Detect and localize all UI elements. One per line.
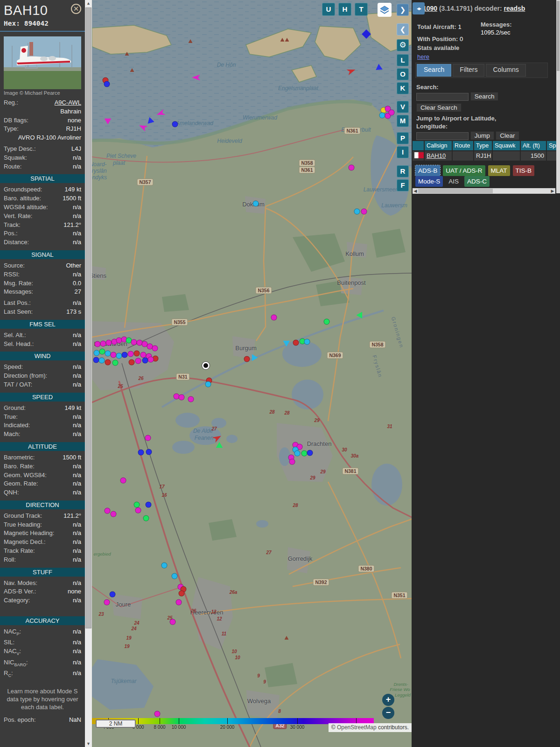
map-button-h[interactable]: H <box>338 3 351 16</box>
close-icon[interactable]: ✕ <box>71 4 81 14</box>
aircraft-marker[interactable] <box>354 209 360 215</box>
map-canvas[interactable]: De HônEngelsmanplaatWierumerwadAmelander… <box>92 0 412 747</box>
jump-clear-button[interactable]: Clear <box>496 131 519 140</box>
aircraft-marker[interactable] <box>170 619 176 625</box>
aircraft-marker[interactable] <box>100 341 106 347</box>
badge-mlat[interactable]: MLAT <box>488 165 510 176</box>
collapse-left-icon[interactable]: ❮ <box>397 23 409 35</box>
column-header[interactable]: Alt. (ft) <box>521 141 546 150</box>
aircraft-marker[interactable] <box>105 359 111 366</box>
expand-right-icon[interactable]: ❯ <box>397 4 409 16</box>
aircraft-marker[interactable] <box>95 341 101 347</box>
aircraft-marker[interactable] <box>172 121 178 127</box>
badge-ads-c[interactable]: ADS-C <box>464 176 490 187</box>
column-header[interactable]: Route <box>453 141 473 150</box>
aircraft-marker[interactable] <box>122 352 128 358</box>
aircraft-marker[interactable] <box>111 352 117 358</box>
zoom-out-button[interactable]: − <box>382 707 394 719</box>
aircraft-marker[interactable] <box>293 340 299 346</box>
osm-link[interactable]: OpenStreetMap <box>337 724 377 731</box>
column-header[interactable] <box>413 141 424 150</box>
table-cell[interactable]: BAH10 <box>425 151 452 161</box>
readsb-link[interactable]: readsb <box>504 5 525 12</box>
layers-button[interactable] <box>378 3 392 17</box>
aircraft-marker[interactable] <box>176 599 182 606</box>
aircraft-marker[interactable] <box>134 502 140 508</box>
scrollbar-thumb[interactable] <box>85 7 91 628</box>
aircraft-marker[interactable] <box>361 209 367 215</box>
badge-tis-b[interactable]: TIS-B <box>513 165 535 176</box>
map-button-u[interactable]: U <box>322 3 335 16</box>
aircraft-marker[interactable] <box>154 711 161 717</box>
map-button-m[interactable]: M <box>397 115 409 127</box>
aircraft-marker[interactable] <box>110 592 116 598</box>
aircraft-marker[interactable] <box>104 81 110 87</box>
tab-filters[interactable]: Filters <box>453 64 484 77</box>
aircraft-marker[interactable] <box>128 351 134 357</box>
aircraft-marker[interactable] <box>142 358 148 364</box>
aircraft-marker[interactable] <box>148 357 154 363</box>
badge-ads-b[interactable]: ADS-B <box>415 165 440 176</box>
aircraft-marker[interactable] <box>179 395 185 401</box>
map-button-r[interactable]: R <box>397 165 409 177</box>
map-button-l[interactable]: L <box>397 54 409 66</box>
panel-collapse-button[interactable]: ◂▸ <box>413 2 425 14</box>
hscroll-right-icon[interactable]: ▶ <box>550 188 555 194</box>
column-header[interactable]: Callsign <box>425 141 452 150</box>
map-button-t[interactable]: T <box>355 3 368 16</box>
map-button-o[interactable]: O <box>397 68 409 80</box>
hscroll-thumb[interactable] <box>418 189 493 193</box>
hscroll-left-icon[interactable]: ◀ <box>413 188 418 194</box>
table-vertical-scrollbar[interactable] <box>556 0 560 193</box>
table-row[interactable]: BAH10RJ1H1500 <box>413 151 558 161</box>
aircraft-marker[interactable] <box>146 502 152 508</box>
column-header[interactable]: Type <box>474 141 492 150</box>
scroll-up-icon[interactable]: ▲ <box>85 0 92 7</box>
jump-input[interactable] <box>416 132 469 140</box>
settings-gear-icon[interactable]: ⚙ <box>397 39 409 51</box>
aircraft-marker[interactable] <box>188 396 194 402</box>
tab-search[interactable]: Search <box>417 64 451 77</box>
zoom-in-button[interactable]: + <box>382 694 394 706</box>
aircraft-marker[interactable] <box>289 459 295 465</box>
map-button-k[interactable]: K <box>397 82 409 94</box>
selected-aircraft-marker[interactable] <box>202 362 210 369</box>
data-value[interactable]: A9C-AWL <box>55 99 81 107</box>
aircraft-marker[interactable] <box>106 340 112 346</box>
aircraft-marker[interactable] <box>294 451 301 457</box>
aircraft-photo[interactable] <box>4 36 81 89</box>
aircraft-marker[interactable] <box>134 351 140 357</box>
table-horizontal-scrollbar[interactable]: ◀ ▶ <box>413 188 555 194</box>
badge-mode-s[interactable]: Mode-S <box>415 176 443 187</box>
scroll-down-icon[interactable]: ▼ <box>85 740 92 747</box>
map-button-i[interactable]: I <box>397 146 409 158</box>
aircraft-marker[interactable] <box>104 599 110 606</box>
aircraft-marker[interactable] <box>389 110 395 116</box>
search-input[interactable] <box>416 93 469 101</box>
map-button-p[interactable]: P <box>397 132 409 144</box>
aircraft-marker[interactable] <box>152 345 158 352</box>
aircraft-marker[interactable] <box>105 508 111 514</box>
aircraft-marker[interactable] <box>301 451 308 457</box>
column-header[interactable]: Squawk <box>493 141 520 150</box>
map-button-f[interactable]: F <box>397 179 409 191</box>
vscroll-thumb[interactable] <box>557 1 560 71</box>
aircraft-marker[interactable] <box>307 450 313 456</box>
aircraft-marker[interactable] <box>143 515 149 521</box>
search-button[interactable]: Search <box>470 92 499 101</box>
aircraft-marker[interactable] <box>112 360 119 366</box>
aircraft-marker[interactable] <box>146 449 152 455</box>
tab-columns[interactable]: Columns <box>486 64 525 77</box>
aircraft-marker[interactable] <box>253 201 259 207</box>
jump-button[interactable]: Jump <box>470 131 494 140</box>
sidebar-scrollbar[interactable]: ▲ ▼ <box>85 0 92 747</box>
badge-uat-ads-r[interactable]: UAT / ADS-R <box>443 165 485 176</box>
aircraft-marker[interactable] <box>138 450 144 456</box>
clear-search-button[interactable]: Clear Search <box>416 103 462 112</box>
aircraft-marker[interactable] <box>205 381 211 388</box>
aircraft-marker[interactable] <box>145 435 151 441</box>
aircraft-marker[interactable] <box>135 507 141 514</box>
aircraft-marker[interactable] <box>244 356 250 362</box>
aircraft-marker[interactable] <box>161 563 168 569</box>
stats-here-link[interactable]: here <box>417 53 429 60</box>
